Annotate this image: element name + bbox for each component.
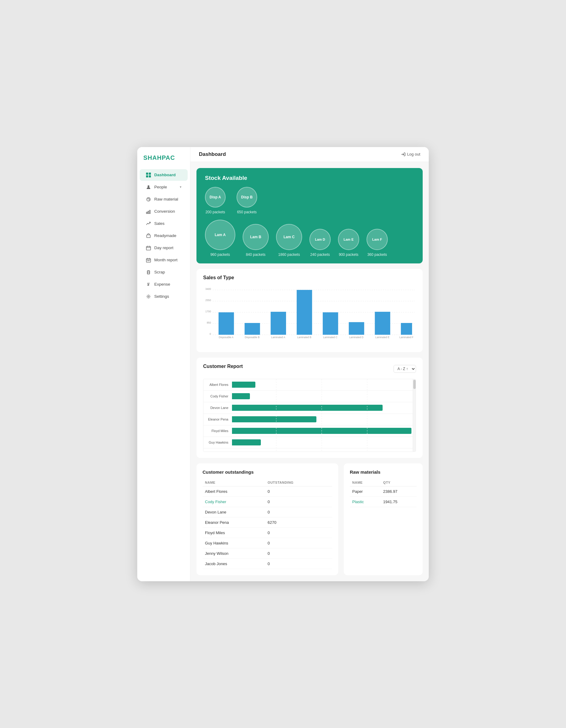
stock-circle-disp-a: Disp A — [205, 187, 226, 208]
sidebar-label-month-report: Month report — [154, 258, 178, 262]
sidebar: SHAHPAC Dashboard People ▾ — [137, 147, 190, 581]
svg-text:Laminated A: Laminated A — [271, 335, 285, 338]
stock-item-lam-f: Lam F 360 packets — [366, 229, 388, 257]
sidebar-item-settings[interactable]: Settings — [140, 291, 188, 302]
stock-card: Stock Available Disp A 200 packets Disp … — [197, 168, 423, 263]
customer-name-cell: Devon Lane — [203, 507, 265, 517]
stock-item-lam-e: Lam E 900 packets — [338, 229, 359, 257]
bottom-row: Customer outstandings NAME OUTSTANDING A… — [197, 463, 423, 575]
svg-rect-19 — [147, 271, 150, 274]
table-row: Guy Hawkins0 — [203, 538, 332, 548]
sales-chart-card: Sales of Type .grid-line { stroke: #e8e8… — [197, 269, 423, 352]
readymade-icon — [146, 233, 151, 239]
col-header-name: NAME — [203, 479, 265, 486]
sidebar-label-day-report: Day report — [154, 246, 173, 250]
bar-devon — [232, 405, 382, 411]
people-icon — [146, 184, 151, 190]
stock-circle-lam-f: Lam F — [366, 229, 388, 250]
table-row: Floyd Miles0 — [203, 527, 332, 538]
customer-name-cell: Cody Fisher — [203, 496, 265, 507]
sidebar-item-day-report[interactable]: Day report — [140, 242, 188, 254]
table-row: Jenny Wilson0 — [203, 548, 332, 558]
svg-point-5 — [147, 197, 150, 201]
sales-bar-chart: .grid-line { stroke: #e8e8e8; stroke-wid… — [203, 285, 416, 346]
table-row: Paper2386.97 — [350, 486, 417, 496]
customer-label-guy: Guy Hawkins — [204, 437, 231, 448]
sidebar-item-sales[interactable]: Sales — [140, 218, 188, 229]
customer-name-cell: Albert Flores — [203, 486, 265, 496]
raw-material-qty-cell: 2386.97 — [381, 486, 417, 496]
topbar: Dashboard Log out — [190, 147, 429, 162]
table-row: Eleanor Pena6270 — [203, 517, 332, 527]
table-row: Albert Flores0 — [203, 486, 332, 496]
stock-item-lam-c: Lam C 1860 packets — [276, 224, 302, 257]
stock-item-lam-b: Lam B 840 packets — [243, 224, 269, 257]
svg-rect-2 — [146, 175, 148, 177]
month-report-icon — [146, 257, 151, 263]
svg-text:Disposable B: Disposable B — [245, 335, 260, 338]
sort-select[interactable]: A - Z ↑ Z - A ↓ — [393, 365, 416, 373]
sidebar-item-dashboard[interactable]: Dashboard — [140, 169, 188, 181]
raw-material-name-cell: Plastic — [350, 496, 381, 507]
svg-rect-7 — [148, 211, 149, 214]
svg-text:Laminated F: Laminated F — [400, 335, 413, 338]
svg-rect-34 — [219, 312, 234, 335]
outstandings-scroll[interactable]: NAME OUTSTANDING Albert Flores0Cody Fish… — [203, 479, 332, 569]
svg-rect-36 — [245, 323, 260, 335]
svg-text:2550: 2550 — [205, 299, 211, 302]
svg-rect-0 — [146, 173, 148, 175]
logout-button[interactable]: Log out — [401, 152, 420, 156]
sales-chart-title: Sales of Type — [203, 275, 416, 280]
table-row: Cody Fisher0 — [203, 496, 332, 507]
table-row: Plastic1941.75 — [350, 496, 417, 507]
sidebar-item-month-report[interactable]: Month report — [140, 254, 188, 266]
outstandings-table: NAME OUTSTANDING Albert Flores0Cody Fish… — [203, 479, 332, 569]
sidebar-item-scrap[interactable]: Scrap — [140, 266, 188, 278]
stock-packets-disp-b: 650 packets — [237, 210, 257, 214]
outstanding-value-cell: 0 — [265, 538, 332, 548]
stock-laminated-row: Lam A 960 packets Lam B 840 packets Lam … — [205, 220, 414, 257]
raw-col-qty: QTY — [381, 479, 417, 486]
customer-outstandings-card: Customer outstandings NAME OUTSTANDING A… — [197, 463, 338, 575]
raw-materials-card: Raw materials NAME QTY Paper2386.97Plast… — [344, 463, 423, 575]
outstanding-value-cell: 0 — [265, 527, 332, 538]
svg-text:Laminated D: Laminated D — [349, 335, 363, 338]
customer-name-cell: Guy Hawkins — [203, 538, 265, 548]
svg-rect-48 — [401, 323, 412, 335]
conversion-icon — [146, 209, 151, 214]
raw-materials-title: Raw materials — [350, 469, 417, 475]
stock-packets-lam-b: 840 packets — [246, 252, 266, 257]
bar-eleanor — [232, 416, 316, 422]
svg-rect-3 — [149, 175, 151, 177]
raw-material-icon — [146, 197, 151, 202]
sidebar-item-conversion[interactable]: Conversion — [140, 206, 188, 217]
svg-point-4 — [148, 185, 149, 187]
bar-row-floyd — [231, 425, 413, 437]
settings-icon — [146, 294, 151, 299]
sidebar-item-people[interactable]: People ▾ — [140, 181, 188, 193]
svg-rect-14 — [146, 259, 151, 262]
table-row: Devon Lane0 — [203, 507, 332, 517]
sidebar-label-dashboard: Dashboard — [154, 173, 176, 177]
svg-text:Laminated C: Laminated C — [323, 335, 337, 338]
customer-report-title: Customer Report — [203, 364, 243, 369]
sidebar-item-raw-material[interactable]: Raw material — [140, 194, 188, 205]
app-logo: SHAHPAC — [137, 154, 190, 169]
svg-rect-1 — [149, 173, 151, 175]
sidebar-item-readymade[interactable]: Readymade — [140, 230, 188, 242]
svg-rect-44 — [349, 322, 364, 335]
outstanding-value-cell: 0 — [265, 496, 332, 507]
sidebar-item-expense[interactable]: Expense — [140, 279, 188, 290]
stock-disposable-row: Disp A 200 packets Disp B 650 packets — [205, 187, 414, 214]
page-title: Dashboard — [199, 151, 226, 157]
raw-col-name: NAME — [350, 479, 381, 486]
day-report-icon — [146, 245, 151, 251]
customer-name-cell: Jenny Wilson — [203, 548, 265, 558]
sidebar-label-settings: Settings — [154, 294, 169, 299]
customer-report-header: Customer Report A - Z ↑ Z - A ↓ — [203, 364, 416, 374]
bar-cody — [232, 393, 250, 399]
sidebar-label-people: People — [154, 185, 167, 189]
scrollbar[interactable] — [413, 379, 416, 452]
svg-rect-46 — [375, 312, 390, 335]
sidebar-label-sales: Sales — [154, 221, 165, 226]
